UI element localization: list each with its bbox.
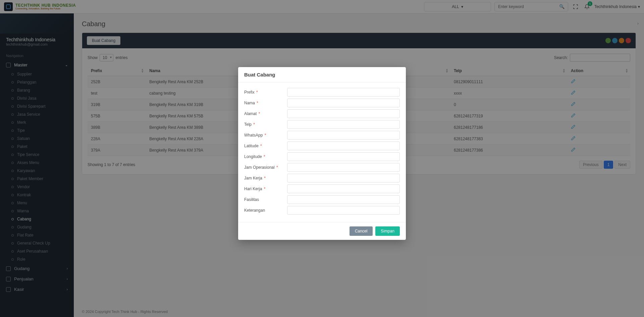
fasilitas-input[interactable] (287, 195, 400, 204)
field-label: Telp * (244, 122, 287, 127)
required-mark: * (264, 176, 266, 180)
form-row-alamat: Alamat * (244, 109, 400, 118)
field-label: Prefix * (244, 90, 287, 95)
modal-title: Buat Cabang (238, 67, 406, 83)
form-row-hari-kerja: Hari Kerja * (244, 184, 400, 193)
cancel-button[interactable]: Cancel (350, 226, 373, 236)
required-mark: * (276, 165, 278, 170)
nama-input[interactable] (287, 99, 400, 107)
jam-kerja-input[interactable] (287, 174, 400, 182)
form-row-fasilitas: Fasilitas (244, 195, 400, 204)
longitude-input[interactable] (287, 152, 400, 161)
form-row-prefix: Prefix * (244, 88, 400, 97)
field-label: Longitude * (244, 154, 287, 159)
required-mark: * (257, 101, 258, 105)
field-label: Jam Operasional * (244, 165, 287, 170)
required-mark: * (259, 111, 260, 116)
prefix-input[interactable] (287, 88, 400, 97)
field-label: Fasilitas (244, 197, 287, 202)
field-label: WhatsApp * (244, 133, 287, 138)
required-mark: * (256, 90, 258, 95)
latitude-input[interactable] (287, 142, 400, 150)
field-label: Latitude * (244, 144, 287, 148)
save-button[interactable]: Simpan (375, 226, 400, 236)
field-label: Jam Kerja * (244, 176, 287, 180)
form-row-whatsapp: WhatsApp * (244, 131, 400, 140)
field-label: Keterangan (244, 208, 287, 213)
form-row-nama: Nama * (244, 99, 400, 107)
form-row-telp: Telp * (244, 120, 400, 129)
telp-input[interactable] (287, 120, 400, 129)
form-row-longitude: Longitude * (244, 152, 400, 161)
modal-footer: Cancel Simpan (238, 222, 406, 240)
create-cabang-modal: Buat Cabang Prefix *Nama *Alamat *Telp *… (238, 67, 406, 240)
form-row-jam-operasional: Jam Operasional * (244, 163, 400, 172)
form-row-jam-kerja: Jam Kerja * (244, 174, 400, 182)
keterangan-input[interactable] (287, 206, 400, 215)
required-mark: * (265, 133, 266, 138)
form-row-latitude: Latitude * (244, 142, 400, 150)
required-mark: * (264, 154, 265, 159)
form-row-keterangan: Keterangan (244, 206, 400, 215)
required-mark: * (260, 144, 262, 148)
field-label: Hari Kerja * (244, 187, 287, 191)
hari-kerja-input[interactable] (287, 184, 400, 193)
required-mark: * (264, 187, 266, 191)
alamat-input[interactable] (287, 109, 400, 118)
field-label: Nama * (244, 101, 287, 105)
jam-operasional-input[interactable] (287, 163, 400, 172)
whatsapp-input[interactable] (287, 131, 400, 140)
required-mark: * (253, 122, 255, 127)
field-label: Alamat * (244, 111, 287, 116)
